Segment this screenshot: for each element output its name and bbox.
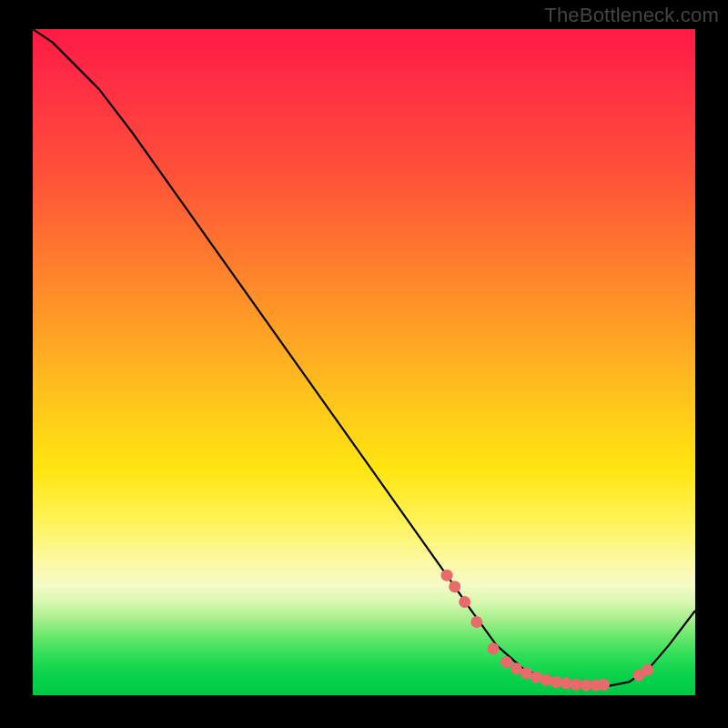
- highlight-dot: [488, 642, 500, 654]
- highlight-dot: [449, 581, 460, 592]
- highlight-dot: [642, 664, 653, 676]
- watermark-text: TheBottleneck.com: [544, 4, 719, 27]
- highlight-dot: [561, 677, 572, 689]
- bottleneck-curve: [33, 29, 695, 687]
- highlight-dot: [541, 674, 552, 686]
- plot-area: [31, 27, 697, 697]
- highlight-dot: [500, 656, 512, 668]
- highlight-dots: [441, 570, 654, 692]
- chart-frame: TheBottleneck.com: [0, 0, 728, 728]
- highlight-dot: [598, 679, 610, 691]
- highlight-dot: [470, 616, 482, 628]
- highlight-dot: [551, 676, 562, 688]
- highlight-dot: [531, 672, 542, 683]
- curve-layer: [33, 29, 695, 695]
- highlight-dot: [441, 570, 453, 581]
- highlight-dot: [459, 596, 470, 608]
